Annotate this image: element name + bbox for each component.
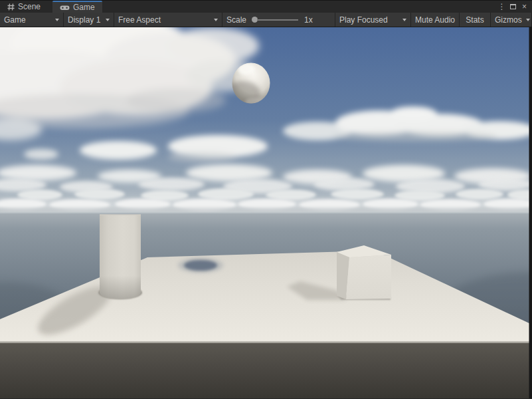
game-view-dropdown-label: Game xyxy=(4,15,26,25)
scale-value: 1x xyxy=(304,15,313,25)
chevron-down-icon xyxy=(402,19,406,21)
tab-bar: Scene Game ⋮ × xyxy=(0,0,532,13)
mute-audio-label: Mute Audio xyxy=(415,15,455,25)
scale-slider-track[interactable] xyxy=(257,19,298,21)
kebab-menu-icon: ⋮ xyxy=(498,2,506,11)
game-toolbar: Game Display 1 Free Aspect Scale 1x Play… xyxy=(0,13,532,27)
tab-label: Game xyxy=(73,3,95,12)
tab-label: Scene xyxy=(18,2,41,11)
gamepad-icon xyxy=(60,4,70,11)
stats-button[interactable]: Stats xyxy=(460,13,491,27)
cylinder xyxy=(100,215,141,299)
maximize-icon xyxy=(510,4,516,9)
game-viewport[interactable] xyxy=(0,27,532,398)
viewport-right-border xyxy=(529,27,532,398)
unity-game-window: Scene Game ⋮ × Game Display 1 xyxy=(0,0,532,399)
tab-game[interactable]: Game xyxy=(52,1,102,13)
ground-plane xyxy=(0,343,532,398)
sphere-shadow xyxy=(184,260,217,271)
cube-front-face xyxy=(346,255,391,299)
maximize-button[interactable] xyxy=(507,1,519,13)
gizmos-label: Gizmos xyxy=(495,15,522,25)
chevron-down-icon xyxy=(526,19,530,21)
play-focused-label: Play Focused xyxy=(339,15,388,25)
aspect-dropdown[interactable]: Free Aspect xyxy=(114,13,222,27)
close-button[interactable]: × xyxy=(519,1,530,13)
scale-control: Scale 1x xyxy=(222,13,335,27)
stats-label: Stats xyxy=(466,15,484,25)
close-icon: × xyxy=(522,2,527,11)
chevron-down-icon xyxy=(106,19,110,21)
display-dropdown[interactable]: Display 1 xyxy=(64,13,114,27)
game-render xyxy=(0,27,532,398)
play-focused-dropdown[interactable]: Play Focused xyxy=(335,13,411,27)
game-view-dropdown[interactable]: Game xyxy=(0,13,64,27)
aspect-dropdown-label: Free Aspect xyxy=(118,15,161,25)
scene-grid-icon xyxy=(7,3,15,11)
chevron-down-icon xyxy=(55,19,59,21)
window-menu-button[interactable]: ⋮ xyxy=(496,1,507,13)
platform-front-edge xyxy=(0,342,532,344)
scale-label: Scale xyxy=(226,15,246,25)
gizmos-dropdown[interactable]: Gizmos xyxy=(491,13,532,27)
tab-bar-spacer xyxy=(102,1,496,13)
display-dropdown-label: Display 1 xyxy=(68,15,100,25)
cube xyxy=(337,245,391,299)
mute-audio-button[interactable]: Mute Audio xyxy=(411,13,460,27)
chevron-down-icon xyxy=(214,19,218,21)
tab-scene[interactable]: Scene xyxy=(0,1,48,13)
